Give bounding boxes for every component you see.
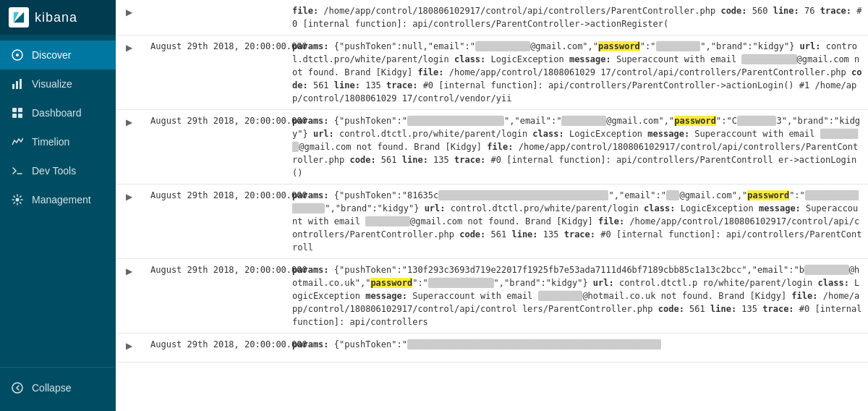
management-icon	[10, 192, 25, 207]
log-timestamp: August 29th 2018, 20:00:00.000	[142, 334, 286, 362]
kibana-logo-text: kibana	[35, 10, 77, 25]
log-container[interactable]: ▶ file: /home/app/control/180806102917/c…	[116, 0, 868, 411]
sidebar-item-devtools-label: Dev Tools	[32, 165, 76, 177]
svg-rect-10	[18, 114, 22, 118]
sidebar-item-dashboard-label: Dashboard	[32, 107, 82, 119]
svg-rect-7	[12, 108, 17, 112]
log-timestamp: August 29th 2018, 20:00:00.000	[142, 259, 286, 333]
sidebar-item-devtools[interactable]: Dev Tools	[0, 156, 116, 185]
log-content: params: {"pushToken":null,"email":"█████…	[286, 35, 868, 109]
sidebar: kibana Discover Visualize	[0, 0, 116, 411]
log-content: params: {"pushToken":"81635c████████████…	[286, 185, 868, 258]
svg-point-3	[16, 54, 19, 56]
log-expand-btn[interactable]: ▶	[116, 110, 142, 184]
log-row: ▶ August 29th 2018, 20:00:00.000 params:…	[116, 185, 868, 259]
log-row: ▶ August 29th 2018, 20:00:00.000 params:…	[116, 334, 868, 363]
sidebar-logo: kibana	[0, 0, 116, 35]
sidebar-item-timelion[interactable]: Timelion	[0, 127, 116, 156]
sidebar-item-discover[interactable]: Discover	[0, 41, 116, 69]
discover-icon	[10, 48, 25, 62]
sidebar-nav: Discover Visualize Dashbo	[0, 35, 116, 367]
log-expand-btn[interactable]: ▶	[116, 259, 142, 333]
svg-rect-6	[20, 79, 22, 89]
visualize-icon	[10, 77, 25, 91]
sidebar-item-dashboard[interactable]: Dashboard	[0, 98, 116, 127]
log-row: ▶ file: /home/app/control/180806102917/c…	[116, 0, 868, 35]
svg-rect-4	[12, 84, 14, 89]
log-timestamp: August 29th 2018, 20:00:00.000	[142, 35, 286, 109]
log-expand-btn[interactable]: ▶	[116, 334, 142, 362]
dashboard-icon	[10, 106, 25, 120]
log-content: file: /home/app/control/180806102917/con…	[286, 0, 868, 35]
log-timestamp: August 29th 2018, 20:00:00.000	[142, 185, 286, 258]
kibana-logo-icon	[9, 7, 29, 27]
sidebar-item-discover-label: Discover	[32, 49, 71, 61]
sidebar-item-visualize-label: Visualize	[32, 78, 72, 90]
log-expand-btn[interactable]: ▶	[116, 185, 142, 258]
sidebar-bottom: Collapse	[0, 367, 116, 411]
sidebar-item-visualize[interactable]: Visualize	[0, 69, 116, 98]
main-content: ▶ file: /home/app/control/180806102917/c…	[116, 0, 868, 411]
sidebar-item-management[interactable]: Management	[0, 185, 116, 214]
log-content: params: {"pushToken":"130f293c3693d719e2…	[286, 259, 868, 333]
log-expand-btn[interactable]: ▶	[116, 35, 142, 109]
log-expand-btn[interactable]: ▶	[116, 0, 142, 35]
log-row: ▶ August 29th 2018, 20:00:00.000 params:…	[116, 259, 868, 334]
collapse-icon	[10, 381, 25, 395]
log-row: ▶ August 29th 2018, 20:00:00.000 params:…	[116, 35, 868, 110]
sidebar-collapse-label: Collapse	[32, 382, 71, 394]
devtools-icon	[10, 164, 25, 178]
log-content: params: {"pushToken":"██████████████████…	[286, 334, 868, 362]
log-row: ▶ August 29th 2018, 20:00:00.000 params:…	[116, 110, 868, 185]
svg-rect-8	[18, 108, 22, 112]
svg-rect-9	[12, 114, 17, 118]
timelion-icon	[10, 135, 25, 149]
sidebar-collapse[interactable]: Collapse	[0, 373, 116, 402]
sidebar-item-timelion-label: Timelion	[32, 136, 69, 148]
svg-rect-5	[16, 81, 18, 89]
log-timestamp	[142, 0, 286, 35]
sidebar-item-management-label: Management	[32, 194, 91, 206]
svg-point-12	[16, 198, 20, 202]
log-timestamp: August 29th 2018, 20:00:00.000	[142, 110, 286, 184]
log-content: params: {"pushToken":"██████████████████…	[286, 110, 868, 184]
